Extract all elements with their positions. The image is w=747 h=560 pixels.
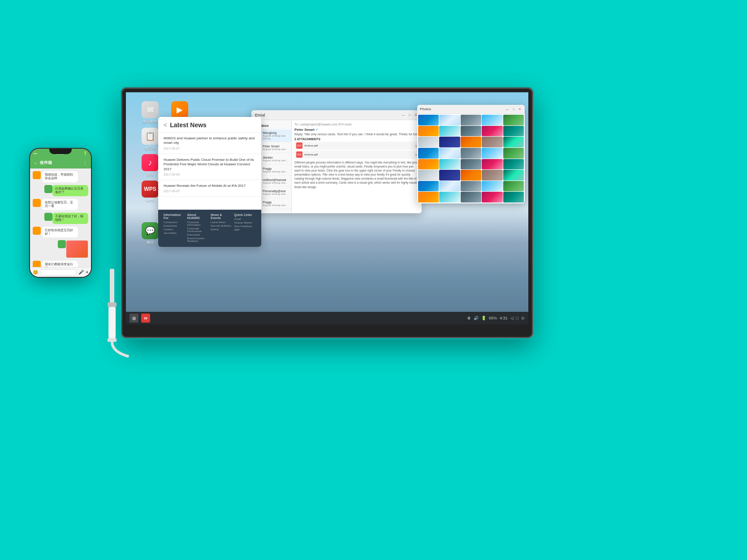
photo-cell[interactable] [439,159,460,170]
photo-cell[interactable] [461,159,481,170]
footer-item[interactable]: Careers [164,228,186,231]
photo-cell[interactable] [482,126,502,137]
photo-maximize[interactable]: □ [511,107,516,112]
photo-cell[interactable] [482,181,502,192]
footer-item[interactable]: Consumers [164,221,186,224]
photo-cell[interactable] [418,126,439,137]
footer-item[interactable]: Executives [187,233,209,236]
photo-cell[interactable] [439,115,460,125]
footer-item[interactable]: Give Feedback [234,225,256,228]
photo-cell[interactable] [439,126,460,137]
email-content: Different people process information in … [294,160,419,189]
photo-cell[interactable] [461,181,481,192]
chat-title: 收件箱 [40,160,52,166]
minimize-button[interactable]: — [401,113,406,117]
music-icon-img: ♪ [142,154,159,171]
photo-cell[interactable] [461,170,481,181]
svg-rect-2 [108,307,116,338]
photo-cell[interactable] [482,192,502,202]
chat-more-button[interactable]: ⋮ [83,160,87,165]
photo-cell[interactable] [503,181,524,192]
footer-item[interactable]: Latest News [211,221,233,224]
news-item-2[interactable]: Huawei Delivers Public Cloud Promise to … [158,154,261,180]
photo-cell[interactable] [482,159,502,170]
chat-emoji-button[interactable]: 😊 [33,270,38,275]
chat-message [33,240,88,258]
photo-cell[interactable] [418,137,439,147]
chat-message: 不要给我说了好，喵喵喵！ [33,213,88,224]
footer-item[interactable]: Huawei Marine [234,221,256,224]
photo-minimize[interactable]: — [505,107,510,112]
photo-cell[interactable] [439,137,460,147]
photo-close[interactable]: ✕ [518,107,522,112]
photo-cell[interactable] [503,159,524,170]
taskbar-back-icon[interactable]: ◁ [510,316,514,320]
chat-bubble: 白就如果确认宝贝准备好了 [52,185,88,196]
footer-item[interactable]: Corporate Governance [187,227,209,233]
email-preview: August shining star... [263,181,288,184]
photo-cell[interactable] [503,192,524,202]
footer-item[interactable]: Security Bulletins [211,224,233,227]
footer-item[interactable]: Enterprises [164,224,186,227]
footer-item[interactable]: Journalists [164,232,186,234]
email-sender-name: Jiantao [263,156,288,159]
attachment-item[interactable]: PDF Archive.pdf ⬇ [294,151,419,159]
maximize-button[interactable]: □ [407,113,412,117]
photo-cell[interactable] [503,115,524,125]
email-sender-name: Personalty@exa [263,190,288,193]
email-preview: August shining star Zhong... [263,134,289,140]
taskbar-home-icon[interactable]: □ [516,316,518,320]
photo-cell[interactable] [482,170,502,181]
photo-cell[interactable] [461,126,481,137]
photo-cell[interactable] [418,159,439,170]
taskbar: ⊞ W 🖥 🔊 🔋 65% 4:31 ◁ □ ⊙ [126,312,528,324]
photo-cell[interactable] [418,148,439,159]
photo-cell[interactable] [482,148,502,159]
news-item-3[interactable]: Huawei Reveals the Future of Mobile AI a… [158,180,261,197]
photo-cell[interactable] [482,137,502,147]
email-sender-name: Pragip [263,167,288,170]
photo-cell[interactable] [503,126,524,137]
photo-cell[interactable] [461,137,481,147]
photo-cell[interactable] [439,170,460,181]
footer-item[interactable]: Brand Investor Relations [187,237,209,242]
chat-header: ← 收件箱 ⋮ [30,158,91,168]
email-preview: August shining star... [263,159,288,162]
photo-cell[interactable] [461,115,481,125]
chat-back-button[interactable]: ← [34,160,38,165]
photo-cell[interactable] [503,148,524,159]
news-back-button[interactable]: < [164,121,167,129]
news-item-1[interactable]: MIMOS and Huawei partner to enhance publ… [158,133,261,154]
footer-item[interactable]: HBP [234,228,256,231]
photo-cell[interactable] [418,181,439,192]
photo-cell[interactable] [461,148,481,159]
news-widget[interactable]: < Latest News MIMOS and Huawei partner t… [158,117,261,247]
photo-cell[interactable] [439,192,460,202]
photo-cell[interactable] [418,192,439,202]
taskbar-volume-icon[interactable]: 🔊 [474,316,479,320]
photo-cell[interactable] [439,148,460,159]
photo-cell[interactable] [461,192,481,202]
photo-cell[interactable] [439,181,460,192]
photo-cell[interactable] [503,137,524,147]
photo-cell[interactable] [482,115,502,125]
taskbar-recents-icon[interactable]: ⊙ [521,316,525,320]
music-label: 音乐 [147,172,154,177]
chat-avatar [33,171,41,179]
taskbar-wps-icon[interactable]: W [141,314,150,323]
video-icon-img: ▶ [171,101,188,118]
photo-window[interactable]: Photos — □ ✕ [417,105,525,203]
email-window[interactable]: Emial — □ ✕ Inbox [251,110,422,213]
phone-screen: ••• 12:00 🔋 ← 收件箱 ⋮ 我就知道，早就猜到你会这样 白就如果确认… [30,149,91,277]
window-controls: — □ ✕ [401,113,418,117]
photo-cell[interactable] [503,170,524,181]
footer-item[interactable]: Events [211,228,233,231]
chat-text-input[interactable] [40,269,77,276]
photo-cell[interactable] [418,115,439,125]
attachment-item[interactable]: PDF Archive.pdf ⬇ [294,142,419,150]
news-item-date-3: 2017-09-05 [164,190,256,193]
footer-item[interactable]: Vmall [234,218,256,220]
footer-item[interactable]: Corporate Information [187,221,209,226]
photo-cell[interactable] [418,170,439,181]
chat-bubble: 你想让他都宝贝，宝贝一看 [42,199,78,210]
